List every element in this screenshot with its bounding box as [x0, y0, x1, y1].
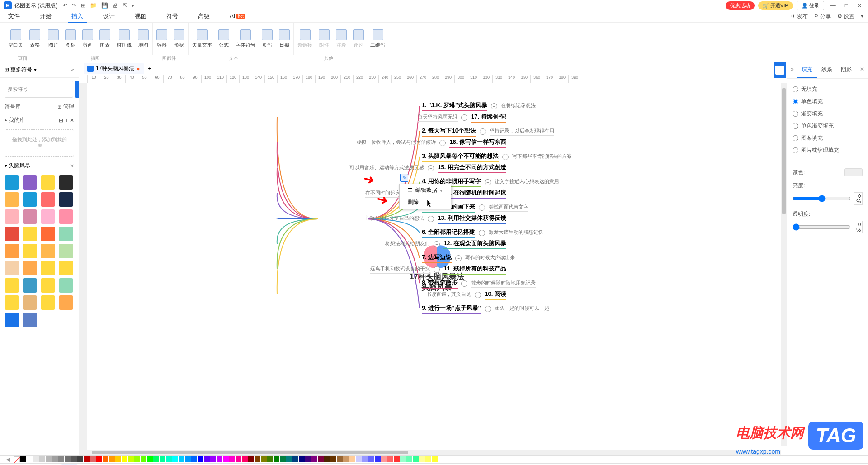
symbol-item-12[interactable]: [5, 227, 19, 241]
symbol-item-31[interactable]: [59, 295, 73, 310]
palette-swatch[interactable]: [198, 456, 203, 462]
menu-item-6[interactable]: 高级: [194, 11, 213, 23]
palette-swatch[interactable]: [39, 456, 45, 462]
horizontal-scrollbar[interactable]: [87, 450, 781, 455]
context-menu-edit-data[interactable]: ☰编辑数据▾: [400, 184, 451, 196]
palette-swatch[interactable]: [229, 456, 235, 462]
fill-option-0[interactable]: 无填充: [793, 83, 863, 95]
radio-icon[interactable]: [793, 111, 798, 117]
palette-swatch[interactable]: [160, 456, 165, 462]
radio-icon[interactable]: [793, 99, 798, 104]
branch-right-1[interactable]: 2. 每天写下10个想法−坚持记录，以后会发现很有用: [422, 127, 554, 137]
color-swatch[interactable]: [844, 168, 863, 176]
promo-button[interactable]: 优惠活动: [726, 1, 755, 10]
vip-button[interactable]: 🛒 开通VIP: [758, 1, 793, 10]
close-lib-icon[interactable]: ✕: [70, 163, 74, 169]
ribbon-btn-公式[interactable]: 公式: [218, 29, 229, 48]
palette-swatch[interactable]: [33, 456, 39, 462]
symbol-item-24[interactable]: [5, 278, 19, 293]
collapse-toggle-icon[interactable]: −: [479, 204, 485, 211]
palette-swatch[interactable]: [103, 456, 108, 462]
symbol-item-1[interactable]: [23, 175, 37, 190]
palette-swatch[interactable]: [280, 456, 286, 462]
symbol-item-20[interactable]: [5, 261, 19, 275]
palette-swatch[interactable]: [210, 456, 216, 462]
symbol-item-11[interactable]: [59, 209, 73, 224]
palette-swatch[interactable]: [115, 456, 121, 462]
palette-swatch[interactable]: [419, 456, 425, 462]
collapse-toggle-icon[interactable]: −: [475, 292, 481, 298]
palette-swatch[interactable]: [242, 456, 248, 462]
branch-left-7[interactable]: 10. 阅读−书读百遍，其义自见: [426, 290, 506, 300]
ribbon-btn-图表[interactable]: 图表: [99, 29, 110, 48]
symbol-item-27[interactable]: [59, 278, 73, 293]
settings-button[interactable]: ⚙ 设置: [837, 13, 854, 20]
fill-option-1[interactable]: 单色填充: [793, 95, 863, 108]
branch-left-5[interactable]: 12. 在观众面前头脑风暴−将想法样式给朋友们: [385, 239, 506, 249]
palette-swatch[interactable]: [368, 456, 374, 462]
symbol-item-22[interactable]: [41, 261, 55, 275]
ribbon-btn-容器[interactable]: 容器: [156, 29, 167, 48]
ribbon-btn-剪画[interactable]: 剪画: [82, 29, 93, 48]
ribbon-btn-二维码[interactable]: 二维码: [370, 29, 385, 48]
login-button[interactable]: 👤 登录: [797, 1, 824, 10]
palette-swatch[interactable]: [274, 456, 279, 462]
palette-swatch[interactable]: [153, 456, 159, 462]
symbol-item-15[interactable]: [59, 227, 73, 241]
palette-swatch[interactable]: [134, 456, 140, 462]
brightness-slider[interactable]: [793, 195, 851, 202]
palette-swatch[interactable]: [375, 456, 381, 462]
print-icon[interactable]: 🖨: [113, 2, 118, 9]
branch-right-6[interactable]: 7. 边写边说−写作的时候大声读出来: [422, 253, 515, 263]
collapse-toggle-icon[interactable]: −: [434, 241, 440, 247]
ribbon-btn-空白页[interactable]: 空白页: [8, 29, 23, 48]
symbol-item-2[interactable]: [41, 175, 55, 190]
symbol-item-32[interactable]: [5, 313, 19, 327]
palette-swatch[interactable]: [90, 456, 96, 462]
symbol-item-3[interactable]: [59, 175, 73, 190]
symbol-item-26[interactable]: [41, 278, 55, 293]
palette-swatch[interactable]: [305, 456, 311, 462]
branch-right-7[interactable]: 8. 带根笔散步−散步的时候随时随地用笔记录: [422, 279, 536, 289]
vertical-scrollbar[interactable]: [781, 83, 787, 446]
ribbon-btn-时间线[interactable]: 时间线: [117, 29, 132, 48]
symbol-item-29[interactable]: [23, 295, 37, 310]
palette-swatch[interactable]: [394, 456, 400, 462]
symbol-item-4[interactable]: [5, 192, 19, 207]
collapse-toggle-icon[interactable]: −: [491, 103, 497, 109]
palette-swatch[interactable]: [52, 456, 58, 462]
symbol-item-23[interactable]: [59, 261, 73, 275]
palette-swatch[interactable]: [20, 456, 26, 462]
palette-swatch[interactable]: [109, 456, 115, 462]
ribbon-btn-图片[interactable]: 图片: [48, 29, 59, 48]
branch-left-2[interactable]: 15. 用完全不同的方式创造−可以用音乐、运动等方式激发灵感: [349, 163, 506, 173]
palette-swatch[interactable]: [128, 456, 134, 462]
palette-swatch[interactable]: [292, 456, 298, 462]
branch-left-0[interactable]: 17. 持续创作!−每天坚持风雨无阻: [418, 113, 506, 123]
expand-panel-icon[interactable]: »: [787, 62, 797, 78]
opacity-slider[interactable]: [793, 223, 851, 231]
palette-swatch[interactable]: [349, 456, 355, 462]
collapse-sidebar-icon[interactable]: «: [71, 67, 74, 73]
palette-swatch[interactable]: [413, 456, 419, 462]
symbol-item-28[interactable]: [5, 295, 19, 310]
brightness-value[interactable]: 0 %: [854, 192, 863, 205]
ribbon-btn-字体符号[interactable]: 字体符号: [236, 29, 255, 48]
ribbon-btn-页码[interactable]: 页码: [262, 29, 273, 48]
symbol-item-6[interactable]: [41, 192, 55, 207]
symbol-item-13[interactable]: [23, 227, 37, 241]
symbol-item-25[interactable]: [23, 278, 37, 293]
palette-swatch[interactable]: [84, 456, 90, 462]
close-icon[interactable]: ✕: [854, 2, 864, 9]
palette-swatch[interactable]: [356, 456, 362, 462]
radio-icon[interactable]: [793, 147, 798, 153]
symbol-item-33[interactable]: [23, 313, 37, 327]
palette-swatch[interactable]: [337, 456, 343, 462]
palette-swatch[interactable]: [425, 456, 431, 462]
add-tab-icon[interactable]: +: [148, 66, 151, 72]
symbol-item-0[interactable]: [5, 175, 19, 190]
right-tab-0[interactable]: 填充: [797, 62, 817, 78]
branch-right-0[interactable]: 1. "J.K. 罗琳"式头脑风暴−在餐纸记录想法: [422, 101, 536, 111]
menu-item-4[interactable]: 视图: [131, 11, 150, 23]
palette-swatch[interactable]: [179, 456, 184, 462]
